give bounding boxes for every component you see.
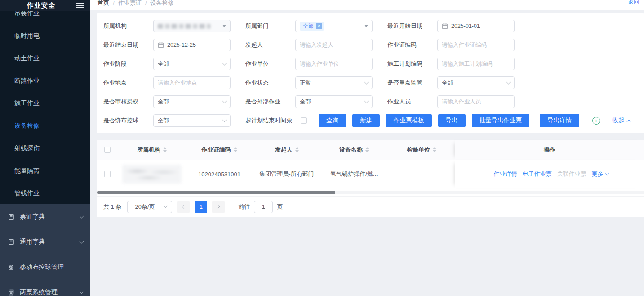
column-header-org: 所属机构 bbox=[118, 146, 186, 154]
table-row: 1020240531001 集团管理员-所有部门 氢气锅炉操作/燃... 作业详… bbox=[97, 160, 644, 188]
permit-code-input[interactable] bbox=[442, 42, 510, 48]
select-all-checkbox[interactable] bbox=[104, 147, 111, 153]
sort-icon[interactable] bbox=[365, 147, 369, 152]
export-button[interactable]: 导出 bbox=[438, 114, 466, 127]
chevron-up-icon bbox=[627, 119, 631, 124]
ticket-stack-icon bbox=[7, 288, 15, 296]
external-select[interactable]: 全部 bbox=[295, 95, 373, 108]
tag-close-icon[interactable]: × bbox=[316, 23, 322, 29]
sort-icon[interactable] bbox=[433, 147, 436, 152]
breadcrumb-home[interactable]: 首页 bbox=[98, 0, 109, 7]
chevron-down-icon bbox=[506, 80, 511, 84]
sidebar-item-label: 移动布控球管理 bbox=[20, 263, 64, 271]
overtime-ticket-checkbox[interactable] bbox=[301, 117, 307, 124]
sidebar-submenu: 吊装作业 临时用电 动土作业 断路作业 施工作业 设备检修 射线探伤 能量隔离 … bbox=[0, 11, 90, 204]
sidebar-item-ticket-dictionary[interactable]: 票证字典 bbox=[0, 204, 90, 229]
ball-bound-select[interactable]: 全部 bbox=[153, 114, 231, 127]
batch-export-button[interactable]: 批量导出作业票 bbox=[472, 114, 530, 127]
sidebar-item-two-ticket-system[interactable]: 两票系统管理 bbox=[0, 280, 90, 296]
sidebar-item-construction-work[interactable]: 施工作业 bbox=[0, 92, 90, 114]
main-content: 首页 / 作业票证 / 设备检修 返回 所属机构 所属部门 全部× bbox=[90, 0, 644, 296]
query-button[interactable]: 查询 bbox=[319, 114, 346, 127]
work-detail-link[interactable]: 作业详情 bbox=[494, 170, 517, 178]
goto-page-input[interactable] bbox=[254, 201, 273, 213]
collapse-toggle[interactable]: 收起 bbox=[612, 117, 631, 125]
stage-select[interactable]: 全部 bbox=[153, 58, 231, 70]
current-page-button[interactable]: 1 bbox=[195, 201, 207, 213]
location-input[interactable] bbox=[158, 80, 226, 86]
external-value: 全部 bbox=[300, 98, 365, 106]
location-label: 作业地点 bbox=[103, 79, 153, 87]
dept-tag: 全部× bbox=[300, 22, 324, 31]
key-supervision-select[interactable]: 全部 bbox=[437, 76, 515, 89]
work-unit-input-wrap bbox=[295, 58, 373, 70]
sidebar-item-temporary-power[interactable]: 临时用电 bbox=[0, 24, 90, 47]
sidebar-item-earthwork[interactable]: 动土作业 bbox=[0, 47, 90, 69]
breadcrumb-bar: 首页 / 作业票证 / 设备检修 返回 bbox=[90, 0, 644, 10]
page-size-select[interactable]: 20条/页 bbox=[127, 201, 172, 213]
initiator-input[interactable] bbox=[300, 42, 368, 48]
ball-bound-value: 全部 bbox=[158, 117, 223, 125]
audit-auth-select[interactable]: 全部 bbox=[153, 95, 231, 108]
sidebar-item-radiographic-testing[interactable]: 射线探伤 bbox=[0, 137, 90, 159]
calendar-icon bbox=[158, 42, 164, 48]
plan-code-input[interactable] bbox=[442, 61, 510, 67]
start-date-picker[interactable]: 2025-01-01 bbox=[437, 20, 515, 32]
caret-down-icon bbox=[222, 25, 226, 27]
create-button[interactable]: 新建 bbox=[352, 114, 380, 127]
sidebar-item-mobile-camera-management[interactable]: 移动布控球管理 bbox=[0, 255, 90, 280]
end-date-value: 2025-12-25 bbox=[167, 42, 226, 48]
end-date-picker[interactable]: 2025-12-25 bbox=[153, 39, 231, 51]
e-ticket-link[interactable]: 电子作业票 bbox=[523, 170, 552, 178]
column-header-operations: 操作 bbox=[455, 140, 644, 160]
related-ticket-link: 关联作业票 bbox=[557, 170, 586, 178]
column-header-initiator: 发起人 bbox=[253, 146, 320, 154]
chevron-down-icon bbox=[164, 204, 168, 208]
chevron-down-icon bbox=[605, 171, 608, 175]
audit-auth-value: 全部 bbox=[158, 98, 223, 106]
sidebar-item-pipeline-work[interactable]: 管线作业 bbox=[0, 182, 90, 204]
org-select[interactable] bbox=[153, 20, 231, 32]
scrollbar-thumb[interactable] bbox=[97, 191, 335, 194]
key-supervision-value: 全部 bbox=[442, 79, 507, 87]
results-table: 所属机构 作业证编码 发起人 设备名称 检修单位 操作 bbox=[97, 140, 644, 217]
breadcrumb-work-tickets[interactable]: 作业票证 bbox=[118, 0, 142, 7]
dome-camera-icon bbox=[7, 263, 15, 271]
back-link[interactable]: 返回 bbox=[628, 0, 644, 8]
sidebar-item-general-dictionary[interactable]: 通用字典 bbox=[0, 229, 90, 255]
sidebar-item-lifting-work[interactable]: 吊装作业 bbox=[0, 11, 90, 24]
sidebar-header: 作业安全 bbox=[0, 0, 90, 11]
chevron-down-icon bbox=[222, 117, 227, 122]
table-header-row: 所属机构 作业证编码 发起人 设备名称 检修单位 操作 bbox=[97, 140, 644, 160]
next-page-button[interactable] bbox=[212, 201, 225, 213]
export-detail-button[interactable]: 导出详情 bbox=[540, 114, 579, 127]
worker-input-wrap bbox=[437, 95, 515, 108]
ticket-template-button[interactable]: 作业票模板 bbox=[386, 114, 432, 127]
prev-page-button[interactable] bbox=[177, 201, 190, 213]
org-redacted-value bbox=[158, 24, 211, 29]
calendar-icon bbox=[442, 23, 448, 29]
sort-icon[interactable] bbox=[234, 147, 237, 152]
sidebar-item-energy-isolation[interactable]: 能量隔离 bbox=[0, 159, 90, 182]
initiator-label: 发起人 bbox=[245, 41, 295, 49]
hamburger-menu-icon[interactable] bbox=[71, 5, 90, 6]
sidebar-item-road-break[interactable]: 断路作业 bbox=[0, 69, 90, 92]
sidebar-item-equipment-repair[interactable]: 设备检修 bbox=[0, 114, 90, 137]
sort-icon[interactable] bbox=[163, 147, 167, 152]
audit-auth-label: 是否审核授权 bbox=[103, 98, 153, 106]
overtime-ticket-label: 超计划结束时间票 bbox=[245, 117, 292, 125]
status-label: 作业状态 bbox=[245, 79, 295, 87]
cell-permit-code: 1020240531001 bbox=[186, 171, 253, 178]
location-input-wrap bbox=[153, 76, 231, 89]
info-icon[interactable]: i bbox=[592, 117, 600, 125]
filter-panel: 所属机构 所属部门 全部× 最近开始日期 2025-01-01 bbox=[97, 13, 644, 133]
more-dropdown[interactable]: 更多 bbox=[592, 170, 608, 178]
work-unit-input[interactable] bbox=[300, 61, 368, 67]
status-select[interactable]: 正常 bbox=[295, 76, 373, 89]
dept-multiselect[interactable]: 全部× bbox=[295, 20, 373, 32]
row-checkbox[interactable] bbox=[104, 171, 111, 177]
chevron-down-icon bbox=[222, 99, 227, 103]
stage-label: 作业阶段 bbox=[103, 60, 153, 68]
worker-input[interactable] bbox=[442, 99, 510, 105]
sort-icon[interactable] bbox=[295, 147, 299, 152]
